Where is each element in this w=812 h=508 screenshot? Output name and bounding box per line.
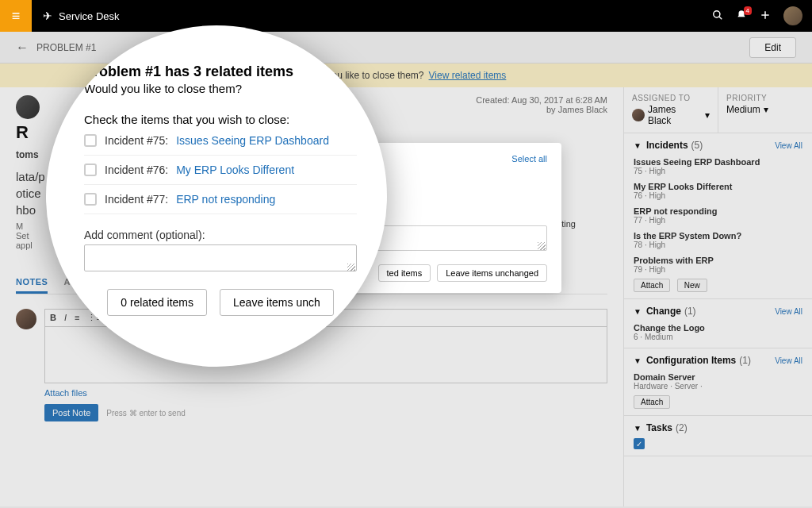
- svg-point-0: [714, 10, 720, 17]
- assigned-value: James Black ▾: [632, 104, 710, 126]
- section-tasks: ▼ Tasks (2) ✓: [624, 416, 812, 456]
- close-related-button[interactable]: ted items: [378, 264, 431, 282]
- checkbox[interactable]: [84, 134, 97, 147]
- section-config-head[interactable]: ▼ Configuration Items (1) View All: [634, 355, 802, 366]
- leave-unchanged-button[interactable]: Leave items unchanged: [437, 264, 547, 282]
- created-text: Created: Aug 30, 2017 at 6:28 AM: [476, 95, 607, 105]
- user-avatar[interactable]: [783, 6, 802, 25]
- modal-instruction: Check the items that you wish to close:: [84, 113, 357, 126]
- breadcrumb: PROBLEM #1: [36, 42, 96, 53]
- italic-icon[interactable]: I: [64, 313, 67, 323]
- task-checkbox[interactable]: ✓: [634, 438, 645, 449]
- priority-label: PRIORITY: [726, 94, 804, 102]
- incident-link[interactable]: My ERP Looks Different: [176, 164, 294, 176]
- select-all-link[interactable]: Select all: [511, 154, 547, 164]
- attach-button[interactable]: Attach: [634, 395, 670, 409]
- by-text: by James Black: [476, 105, 607, 114]
- chevron-down-icon: ▾: [764, 104, 768, 115]
- post-row: Post Note Press ⌘ enter to send: [44, 404, 607, 421]
- svg-line-1: [719, 16, 722, 19]
- caret-icon: ▼: [634, 356, 642, 365]
- incident-row: Incident #75: Issues Seeing ERP Dashboar…: [84, 126, 357, 156]
- section-change-head[interactable]: ▼ Change (1) View All: [634, 306, 802, 317]
- list-item: My ERP Looks Different76 · High: [634, 182, 802, 200]
- modal-title: Problem #1 has 3 related items: [84, 64, 357, 80]
- view-all-link[interactable]: View All: [775, 356, 802, 365]
- modal-item-side: ting: [561, 219, 576, 229]
- topbar-right: 4: [712, 6, 812, 25]
- back-arrow-icon[interactable]: ←: [16, 40, 29, 55]
- section-incidents: ▼ Incidents (5) View All Issues Seeing E…: [624, 133, 812, 299]
- section-config-items: ▼ Configuration Items (1) View All Domai…: [624, 348, 812, 416]
- comment-input[interactable]: [84, 244, 357, 271]
- post-note-button[interactable]: Post Note: [44, 404, 98, 421]
- editor-avatar: [16, 309, 36, 329]
- post-hint: Press ⌘ enter to send: [106, 409, 186, 418]
- edit-button[interactable]: Edit: [749, 37, 796, 58]
- tab-notes[interactable]: NOTES: [16, 272, 48, 294]
- list-icon[interactable]: ≡: [75, 313, 79, 323]
- sidebar-top: ASSIGNED TO James Black ▾ PRIORITY Mediu…: [624, 87, 812, 133]
- magnifier-modal: Problem #1 has 3 related items Would you…: [46, 25, 387, 367]
- view-all-link[interactable]: View All: [775, 141, 802, 150]
- incident-link[interactable]: ERP not responding: [176, 193, 275, 206]
- bold-icon[interactable]: B: [50, 313, 56, 323]
- list-item: Issues Seeing ERP Dashboard75 · High: [634, 157, 802, 175]
- hamburger-menu[interactable]: ≡: [0, 0, 32, 32]
- section-incidents-head[interactable]: ▼ Incidents (5) View All: [634, 140, 802, 151]
- app-title: Service Desk: [59, 10, 120, 22]
- assigned-label: ASSIGNED TO: [632, 94, 710, 102]
- author-avatar[interactable]: [16, 95, 40, 119]
- list-item: Is the ERP System Down?78 · High: [634, 231, 802, 249]
- sidebar: ASSIGNED TO James Black ▾ PRIORITY Mediu…: [623, 87, 812, 506]
- chevron-down-icon: ▾: [705, 110, 710, 121]
- assignee-avatar: [632, 109, 645, 121]
- new-button[interactable]: New: [677, 279, 707, 292]
- list-item: Change the Logo6 · Medium: [634, 323, 802, 341]
- checkbox[interactable]: [84, 164, 97, 176]
- meta-info: Created: Aug 30, 2017 at 6:28 AM by Jame…: [476, 95, 607, 114]
- alert-link[interactable]: View related items: [429, 70, 507, 81]
- tab-symptoms[interactable]: toms: [16, 149, 39, 164]
- list-item: Problems with ERP79 · High: [634, 256, 802, 274]
- attach-button[interactable]: Attach: [634, 279, 670, 292]
- comment-label: Add comment (optional):: [84, 229, 357, 241]
- attach-files-link[interactable]: Attach files: [44, 388, 87, 398]
- incident-row: Incident #77: ERP not responding: [84, 185, 357, 214]
- section-change: ▼ Change (1) View All Change the Logo6 ·…: [624, 299, 812, 348]
- modal-buttons: 0 related items Leave items unch: [84, 289, 357, 316]
- checkbox[interactable]: [84, 193, 97, 206]
- notification-badge: 4: [744, 6, 752, 15]
- priority-value: Medium ▾: [726, 104, 804, 115]
- caret-icon: ▼: [634, 141, 642, 150]
- logo-icon: ✈: [43, 10, 52, 22]
- list-item: ERP not responding77 · High: [634, 206, 802, 225]
- leave-unchanged-button[interactable]: Leave items unch: [220, 289, 334, 316]
- caret-icon: ▼: [634, 307, 642, 316]
- list-item: Domain ServerHardware · Server ·: [634, 372, 802, 391]
- plus-icon[interactable]: [760, 10, 771, 23]
- assigned-to-box[interactable]: ASSIGNED TO James Black ▾: [624, 87, 718, 133]
- incident-link[interactable]: Issues Seeing ERP Dashboard: [176, 134, 329, 147]
- caret-icon: ▼: [634, 424, 642, 433]
- incident-row: Incident #76: My ERP Looks Different: [84, 156, 357, 185]
- search-icon[interactable]: [712, 10, 723, 23]
- view-all-link[interactable]: View All: [775, 307, 802, 316]
- bell-icon[interactable]: 4: [736, 10, 747, 23]
- priority-box[interactable]: PRIORITY Medium ▾: [718, 87, 812, 133]
- section-tasks-head[interactable]: ▼ Tasks (2): [634, 422, 802, 433]
- modal-subtitle: Would you like to close them?: [84, 82, 357, 95]
- close-related-button[interactable]: 0 related items: [107, 289, 207, 316]
- topbar: ≡ ✈ Service Desk 4: [0, 0, 812, 32]
